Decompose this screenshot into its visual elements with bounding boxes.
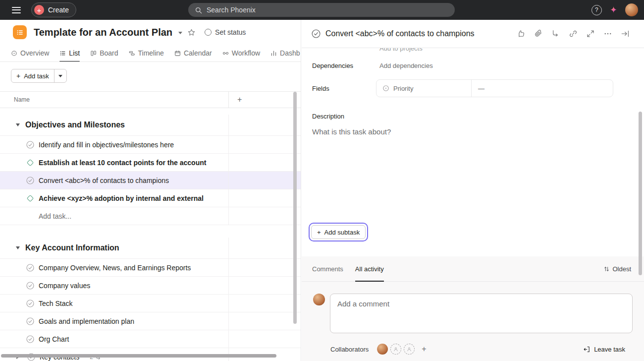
- help-icon[interactable]: ?: [591, 5, 602, 15]
- section-collapse-icon[interactable]: [16, 246, 20, 249]
- tab-label: Overview: [20, 49, 49, 57]
- field-name: Priority: [393, 85, 413, 92]
- link-icon[interactable]: [569, 29, 578, 38]
- row-extra-cell: [229, 295, 301, 312]
- milestone-row[interactable]: Achieve <xyz>% adoption by internal and …: [0, 189, 301, 207]
- tab-workflow[interactable]: Workflow: [222, 45, 260, 61]
- task-row[interactable]: Org Chart: [0, 330, 301, 348]
- task-check-icon[interactable]: [26, 300, 34, 307]
- section-collapse-icon[interactable]: [16, 123, 20, 126]
- leave-task-button[interactable]: Leave task: [583, 346, 625, 353]
- sort-order-button[interactable]: Oldest: [603, 265, 631, 273]
- attach-icon[interactable]: [534, 29, 543, 38]
- task-name[interactable]: Achieve <xyz>% adoption by internal and …: [39, 194, 204, 202]
- add-subtask-button[interactable]: + Add subtask: [311, 225, 366, 239]
- task-complete-toggle-icon[interactable]: [312, 29, 321, 38]
- add-subtask-focus-ring: + Add subtask: [309, 223, 368, 241]
- task-row[interactable]: Company values: [0, 277, 301, 295]
- section-title[interactable]: Key Account Information: [25, 243, 119, 252]
- set-status-button[interactable]: Set status: [205, 28, 246, 36]
- horizontal-scrollbar[interactable]: [1, 354, 276, 358]
- section-row-objectives[interactable]: Objectives and Milestones: [0, 115, 301, 136]
- task-row[interactable]: Identify and fill in objectives/mileston…: [0, 136, 301, 154]
- add-column-button[interactable]: +: [229, 92, 301, 108]
- field-priority-cell[interactable]: Priority: [376, 80, 472, 97]
- add-collaborator-placeholder[interactable]: [390, 344, 401, 355]
- favorite-star-icon[interactable]: [187, 28, 196, 37]
- task-name[interactable]: Convert <abc>% of contacts to champions: [39, 177, 169, 184]
- collaborator-avatar[interactable]: [377, 344, 388, 355]
- tab-overview[interactable]: Overview: [11, 45, 49, 61]
- tab-calendar[interactable]: Calendar: [174, 45, 212, 61]
- add-collaborator-button[interactable]: +: [422, 345, 426, 354]
- add-dependencies-link[interactable]: Add dependencies: [379, 62, 433, 69]
- section-title[interactable]: Objectives and Milestones: [25, 120, 125, 129]
- person-icon: [393, 346, 399, 352]
- tab-all-activity[interactable]: All activity: [355, 256, 384, 281]
- milestone-row[interactable]: Establish at least 10 contact points for…: [0, 154, 301, 172]
- vertical-scrollbar[interactable]: [639, 112, 642, 275]
- add-task-inline-row[interactable]: Add task...: [0, 207, 301, 225]
- task-check-icon[interactable]: [26, 264, 34, 272]
- task-name[interactable]: Goals and implementation plan: [39, 317, 134, 325]
- task-name[interactable]: Company Overview, News, and Earnings Rep…: [39, 264, 191, 272]
- name-column-header[interactable]: Name: [0, 92, 229, 108]
- task-name[interactable]: Company values: [39, 282, 90, 290]
- project-icon[interactable]: [13, 25, 27, 39]
- add-task-placeholder[interactable]: Add task...: [39, 212, 71, 220]
- app-window: + Create Search Phoenix ? ✦ Template for…: [0, 0, 644, 361]
- vertical-scrollbar[interactable]: [293, 92, 297, 324]
- search-input[interactable]: Search Phoenix: [188, 3, 455, 17]
- tab-comments[interactable]: Comments: [312, 256, 343, 281]
- row-extra-cell: [229, 330, 301, 348]
- row-extra-cell: [229, 154, 301, 172]
- task-check-icon[interactable]: [26, 317, 34, 325]
- user-avatar: [313, 294, 325, 305]
- like-icon[interactable]: [517, 29, 526, 38]
- task-check-icon[interactable]: [26, 141, 34, 149]
- task-name[interactable]: Identify and fill in objectives/mileston…: [39, 141, 174, 149]
- task-check-icon[interactable]: [26, 335, 34, 343]
- close-pane-icon[interactable]: [621, 29, 630, 38]
- task-name[interactable]: Tech Stack: [39, 300, 72, 307]
- sparkle-ai-icon[interactable]: ✦: [610, 5, 617, 14]
- task-check-icon[interactable]: [26, 177, 34, 184]
- add-to-projects-link[interactable]: Add to projects: [379, 48, 423, 52]
- tab-dashboards[interactable]: Dashb: [270, 45, 300, 61]
- user-avatar[interactable]: [625, 3, 638, 16]
- milestone-diamond-icon[interactable]: [27, 194, 34, 201]
- dashboard-icon: [270, 50, 277, 57]
- comment-input[interactable]: [330, 294, 633, 333]
- task-check-icon[interactable]: [26, 282, 34, 290]
- project-menu-chevron-down-icon[interactable]: [178, 32, 182, 36]
- task-name[interactable]: Org Chart: [39, 335, 69, 343]
- more-icon[interactable]: [603, 29, 612, 38]
- create-button[interactable]: + Create: [31, 2, 76, 17]
- task-name[interactable]: Establish at least 10 contact points for…: [39, 159, 206, 167]
- section-gap: [0, 225, 301, 231]
- add-collaborator-placeholder[interactable]: [404, 344, 415, 355]
- task-row-selected[interactable]: Convert <abc>% of contacts to champions: [0, 172, 301, 189]
- section-row-key-account[interactable]: Key Account Information: [0, 238, 301, 259]
- tab-label: Comments: [312, 265, 343, 273]
- list-glyph-icon: [16, 28, 24, 37]
- menu-icon[interactable]: [12, 7, 21, 13]
- subtasks-icon[interactable]: [551, 29, 560, 38]
- expand-icon[interactable]: [586, 29, 595, 38]
- tab-board[interactable]: Board: [90, 45, 118, 61]
- tab-list[interactable]: List: [59, 45, 80, 61]
- task-row[interactable]: Tech Stack: [0, 295, 301, 312]
- task-row[interactable]: Company Overview, News, and Earnings Rep…: [0, 259, 301, 277]
- field-priority-value[interactable]: —: [472, 80, 613, 97]
- tab-timeline[interactable]: Timeline: [129, 45, 164, 61]
- add-task-button[interactable]: + Add task: [11, 69, 54, 82]
- description-input[interactable]: What is this task about?: [312, 127, 391, 136]
- project-header: Template for an Account Plan Set status: [0, 20, 301, 45]
- row-extra-cell: [229, 277, 301, 295]
- milestone-diamond-icon[interactable]: [27, 159, 34, 166]
- task-row[interactable]: Goals and implementation plan: [0, 312, 301, 330]
- add-task-dropdown-button[interactable]: [54, 69, 66, 82]
- tab-label: Workflow: [232, 49, 260, 57]
- project-tab-bar: Overview List Board Timeline Calendar Wo…: [0, 45, 301, 62]
- task-detail-header: Convert <abc>% of contacts to champions: [302, 20, 644, 48]
